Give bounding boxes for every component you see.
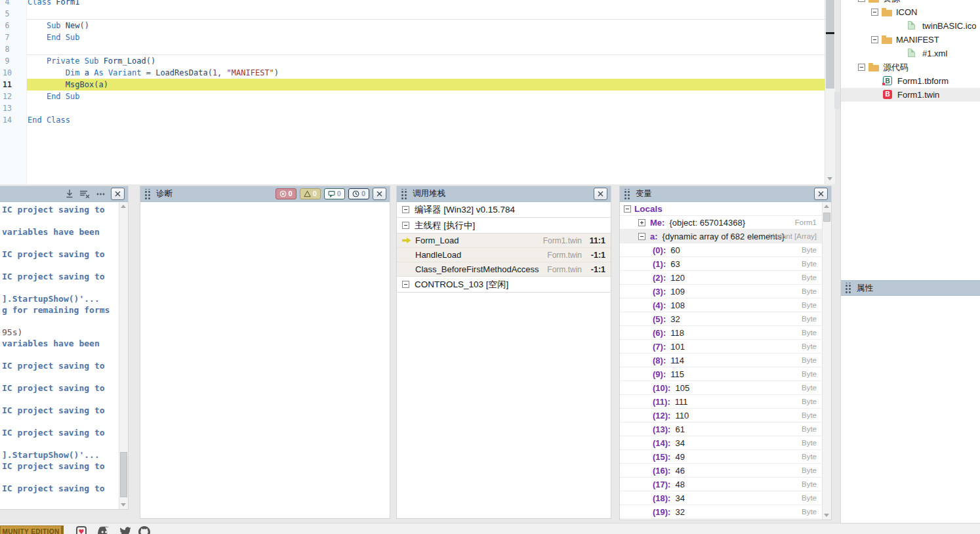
close-icon[interactable] (814, 188, 828, 200)
variable-row[interactable]: (6):118Byte (620, 326, 823, 340)
tree-item[interactable]: #1.xml (841, 47, 980, 60)
line-number[interactable]: 6 (0, 20, 14, 31)
sponsor-heart-icon[interactable]: ♥ (76, 526, 87, 534)
line-number[interactable]: 5 (0, 8, 14, 20)
variables-scrollbar[interactable] (822, 202, 831, 520)
code-line[interactable]: End Sub (28, 91, 79, 102)
line-number[interactable]: 8 (0, 43, 14, 55)
warn-count-badge[interactable]: 0 (300, 188, 321, 199)
line-number[interactable]: 10 (0, 67, 14, 79)
variable-row[interactable]: (1):63Byte (620, 257, 823, 271)
variables-panel-header[interactable]: 变量 (620, 186, 831, 202)
code-line[interactable]: MsgBox(a) (28, 79, 108, 91)
tree-expand-toggle[interactable] (871, 9, 878, 16)
line-number[interactable]: 4 (0, 0, 14, 8)
variable-row[interactable]: (12):110Byte (620, 409, 823, 422)
close-icon[interactable] (594, 188, 607, 200)
variable-row[interactable]: (15):49Byte (620, 450, 823, 464)
variables-scrollbar-thumb[interactable] (823, 213, 830, 222)
code-editor[interactable]: 4567891011121314 Class Form1 Sub New() E… (0, 0, 834, 184)
expand-toggle-icon[interactable] (638, 219, 645, 226)
line-number[interactable]: 9 (0, 55, 14, 67)
variable-row[interactable]: (17):48Byte (620, 478, 823, 491)
variable-row[interactable]: Me:{object: 657014368}Form1 (620, 216, 823, 230)
collapse-toggle-icon[interactable] (402, 281, 409, 288)
variable-row[interactable]: (18):34Byte (620, 491, 823, 505)
panel-grip-icon[interactable] (400, 189, 407, 199)
line-number[interactable]: 7 (0, 31, 14, 43)
tree-expand-toggle[interactable] (858, 64, 865, 71)
panel-grip-icon[interactable] (844, 283, 851, 293)
github-icon[interactable] (138, 526, 152, 534)
callstack-frame-row[interactable]: Form_LoadForm1.twin11:1 (397, 234, 611, 248)
line-number[interactable]: 14 (0, 114, 14, 126)
output-scrollbar-thumb[interactable] (120, 452, 127, 497)
error-count-badge[interactable]: 0 (276, 188, 296, 199)
code-line[interactable]: Sub New() (28, 20, 89, 31)
code-line[interactable]: Private Sub Form_Load() (28, 55, 155, 67)
collapse-toggle-icon[interactable] (402, 222, 409, 229)
tree-item[interactable]: 源代码 (841, 60, 980, 74)
callstack-group-row[interactable]: 编译器 [Win32] v0.15.784 (397, 202, 611, 218)
variable-row[interactable]: (10):105Byte (620, 381, 823, 395)
tree-item[interactable]: 资源 (841, 0, 980, 5)
editor-scrollbar[interactable] (825, 0, 835, 184)
variable-row[interactable]: (2):120Byte (620, 271, 823, 285)
variable-row[interactable]: (11):111Byte (620, 395, 823, 409)
variable-row[interactable]: Locals (620, 202, 823, 216)
variable-row[interactable]: (9):115Byte (620, 367, 823, 381)
scroll-down-arrow-icon[interactable] (827, 177, 832, 180)
variable-row[interactable]: (0):60Byte (620, 243, 823, 257)
variable-row[interactable]: (5):32Byte (620, 312, 823, 326)
community-edition-badge[interactable]: MUNITY EDITION (0, 525, 64, 534)
tree-item[interactable]: twinBASIC.ico (841, 19, 980, 33)
output-scrollbar[interactable] (119, 202, 128, 509)
tree-item[interactable]: BForm1.twin (841, 88, 980, 102)
code-line[interactable]: Dim a As Variant = LoadResData(1, "MANIF… (28, 67, 279, 79)
panel-grip-icon[interactable] (623, 189, 630, 199)
line-number[interactable]: 12 (0, 91, 14, 102)
callstack-panel-header[interactable]: 调用堆栈 (397, 186, 611, 202)
discord-icon[interactable] (98, 526, 111, 534)
callstack-group-row[interactable]: 主线程 [执行中] (397, 218, 611, 234)
callstack-frame-row[interactable]: Class_BeforeFirstMethodAccessForm.twin-1… (397, 262, 611, 277)
callstack-frame-row[interactable]: HandleLoadForm.twin-1:1 (397, 248, 611, 262)
tree-item[interactable]: MANIFEST (841, 33, 980, 47)
time-count-badge[interactable]: 0 (348, 188, 369, 199)
callstack-group-row[interactable]: CONTROLS_103 [空闲] (397, 277, 611, 293)
scroll-down-arrow-icon[interactable] (824, 514, 829, 517)
variable-row[interactable]: a:{dynamic array of 682 elements}Variant… (620, 230, 823, 243)
info-count-badge[interactable]: 0 (324, 188, 345, 199)
editor-scrollbar-thumb[interactable] (826, 0, 834, 89)
variable-row[interactable]: (3):109Byte (620, 285, 823, 298)
code-line[interactable]: End Class (28, 114, 70, 126)
close-icon[interactable] (111, 188, 125, 200)
variable-row[interactable]: (14):34Byte (620, 436, 823, 450)
code-line[interactable]: Class Form1 (28, 0, 79, 8)
tree-item[interactable]: BForm1.tbform (841, 74, 980, 88)
tree-expand-toggle[interactable] (858, 0, 865, 2)
variable-row[interactable]: (7):101Byte (620, 340, 823, 354)
twitter-icon[interactable] (119, 526, 132, 534)
code-line[interactable]: End Sub (28, 31, 79, 43)
scroll-down-arrow-icon[interactable] (121, 503, 126, 506)
editor-gutter[interactable]: 4567891011121314 (0, 0, 27, 184)
line-number[interactable]: 11 (0, 79, 14, 91)
splitter-handle[interactable] (834, 92, 840, 109)
tree-expand-toggle[interactable] (871, 36, 878, 43)
scroll-up-arrow-icon[interactable] (824, 205, 829, 208)
variable-row[interactable]: (4):108Byte (620, 298, 823, 312)
variable-row[interactable]: (13):61Byte (620, 422, 823, 436)
line-number[interactable]: 13 (0, 102, 14, 114)
clear-log-icon[interactable] (79, 189, 91, 199)
variable-row[interactable]: (8):114Byte (620, 354, 823, 367)
scroll-to-bottom-icon[interactable] (64, 189, 75, 199)
panel-grip-icon[interactable] (144, 189, 151, 199)
variable-row[interactable]: (16):46Byte (620, 464, 823, 478)
close-icon[interactable] (373, 188, 386, 200)
properties-panel-header[interactable]: 属性 (841, 280, 980, 296)
expand-toggle-icon[interactable] (638, 233, 645, 240)
diagnostics-panel-header[interactable]: 诊断 0000 (140, 186, 390, 202)
variable-row[interactable]: (19):32Byte (620, 505, 823, 519)
scroll-up-arrow-icon[interactable] (121, 205, 126, 208)
